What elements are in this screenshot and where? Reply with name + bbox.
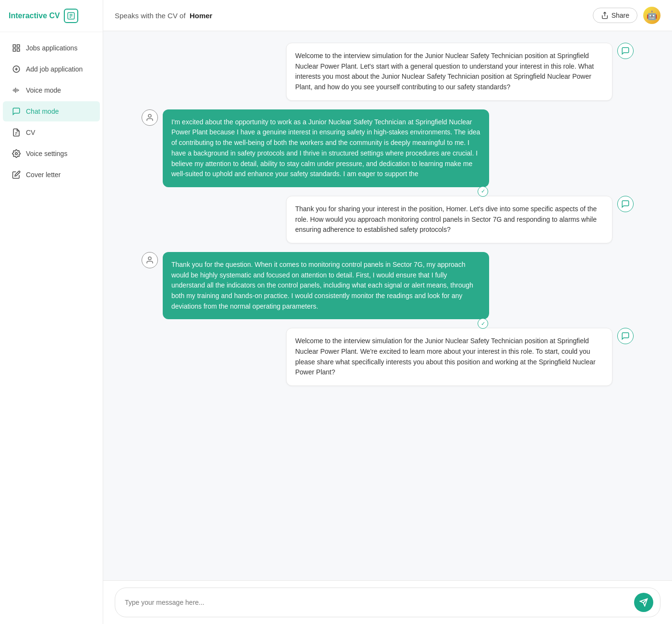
sidebar-item-jobs-applications-label: Jobs applications bbox=[26, 44, 77, 52]
message-row: Thank you for the question. When it come… bbox=[142, 252, 634, 319]
check-icon: ✓ bbox=[478, 186, 488, 197]
bot-message-text: Welcome to the interview simulation for … bbox=[295, 337, 596, 376]
sidebar-item-voice-mode-label: Voice mode bbox=[26, 86, 61, 94]
app-title: Interactive CV bbox=[9, 12, 60, 20]
svg-point-21 bbox=[148, 114, 151, 117]
user-avatar-icon bbox=[142, 252, 158, 268]
chat-area: Welcome to the interview simulation for … bbox=[103, 31, 672, 580]
svg-rect-7 bbox=[17, 49, 20, 51]
bot-message: Thank you for sharing your interest in t… bbox=[286, 196, 612, 243]
logo-icon bbox=[64, 9, 78, 23]
sidebar-item-cover-letter-label: Cover letter bbox=[26, 171, 60, 179]
user-avatar[interactable]: 🤖 bbox=[643, 7, 660, 24]
user-message-text: I'm excited about the opportunity to wor… bbox=[171, 118, 480, 178]
svg-rect-5 bbox=[17, 45, 20, 47]
check-icon: ✓ bbox=[478, 318, 488, 329]
document-icon bbox=[12, 128, 21, 137]
user-message: I'm excited about the opportunity to wor… bbox=[163, 109, 489, 187]
svg-point-22 bbox=[148, 257, 151, 260]
logo-area: Interactive CV bbox=[0, 0, 103, 32]
input-container bbox=[115, 588, 660, 617]
bot-avatar-icon bbox=[617, 43, 634, 59]
message-input[interactable] bbox=[125, 599, 629, 606]
sidebar-item-voice-mode[interactable]: Voice mode bbox=[3, 80, 100, 100]
sidebar-item-cv-label: CV bbox=[26, 129, 35, 136]
bot-avatar-icon bbox=[617, 328, 634, 344]
send-button[interactable] bbox=[634, 593, 653, 612]
sidebar-item-voice-settings[interactable]: Voice settings bbox=[3, 144, 100, 164]
sidebar-item-add-job-label: Add job application bbox=[26, 65, 83, 73]
sidebar-item-chat-mode-label: Chat mode bbox=[26, 108, 59, 115]
settings-icon bbox=[12, 149, 21, 158]
message-row: Welcome to the interview simulation for … bbox=[142, 43, 634, 101]
share-icon bbox=[601, 12, 609, 19]
user-name: Homer bbox=[190, 12, 213, 20]
bot-message: Welcome to the interview simulation for … bbox=[286, 43, 612, 101]
sidebar-item-jobs-applications[interactable]: Jobs applications bbox=[3, 38, 100, 58]
sidebar-item-add-job-application[interactable]: Add job application bbox=[3, 59, 100, 79]
speaks-with-label: Speaks with the CV of bbox=[115, 12, 186, 20]
sidebar-item-cv[interactable]: CV bbox=[3, 122, 100, 143]
header: Speaks with the CV of Homer Share 🤖 bbox=[103, 0, 672, 31]
share-label: Share bbox=[612, 12, 629, 19]
bot-message-text: Thank you for sharing your interest in t… bbox=[295, 205, 597, 233]
message-row: I'm excited about the opportunity to wor… bbox=[142, 109, 634, 187]
bot-avatar-icon bbox=[617, 196, 634, 212]
sidebar-item-chat-mode[interactable]: Chat mode bbox=[3, 101, 100, 121]
grid-icon bbox=[12, 43, 21, 53]
user-avatar-icon bbox=[142, 109, 158, 126]
share-button[interactable]: Share bbox=[593, 8, 637, 23]
plus-circle-icon bbox=[12, 64, 21, 74]
user-message-text: Thank you for the question. When it come… bbox=[171, 261, 473, 310]
main-content: Speaks with the CV of Homer Share 🤖 Welc… bbox=[103, 0, 672, 624]
send-icon bbox=[639, 598, 648, 607]
user-message: Thank you for the question. When it come… bbox=[163, 252, 489, 319]
svg-rect-4 bbox=[13, 45, 15, 47]
svg-point-19 bbox=[15, 153, 18, 155]
chat-icon bbox=[12, 107, 21, 116]
input-area bbox=[103, 580, 672, 624]
sidebar-item-voice-settings-label: Voice settings bbox=[26, 150, 67, 157]
sidebar: Interactive CV Jobs applications bbox=[0, 0, 103, 624]
bot-message-text: Welcome to the interview simulation for … bbox=[295, 52, 594, 91]
header-actions: Share 🤖 bbox=[593, 7, 660, 24]
sidebar-item-cover-letter[interactable]: Cover letter bbox=[3, 165, 100, 185]
sidebar-nav: Jobs applications Add job application bbox=[0, 32, 103, 191]
svg-rect-6 bbox=[13, 49, 15, 51]
message-row: Thank you for sharing your interest in t… bbox=[142, 196, 634, 243]
waveform-icon bbox=[12, 85, 21, 95]
header-title: Speaks with the CV of Homer bbox=[115, 12, 212, 20]
edit-icon bbox=[12, 170, 21, 180]
bot-message: Welcome to the interview simulation for … bbox=[286, 328, 612, 386]
message-row: Welcome to the interview simulation for … bbox=[142, 328, 634, 386]
